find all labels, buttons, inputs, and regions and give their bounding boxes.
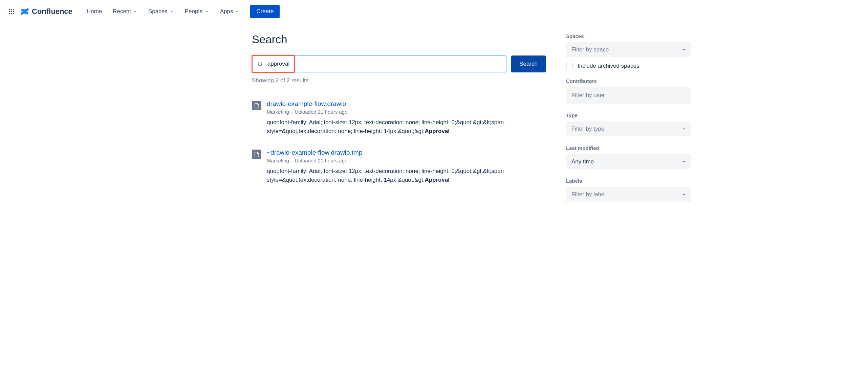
nav-apps[interactable]: Apps <box>216 5 244 18</box>
result-title[interactable]: drawio-example-flow.drawio <box>267 100 546 108</box>
result-space: Marketing <box>267 109 289 115</box>
result-meta: Marketing · Uploaded 21 hours ago <box>267 158 546 163</box>
nav-recent-label: Recent <box>113 8 131 15</box>
archived-checkbox-row: Include archived spaces <box>566 63 691 69</box>
filter-labels-select[interactable]: Filter by label <box>566 187 691 202</box>
svg-point-7 <box>11 13 12 14</box>
nav-spaces[interactable]: Spaces <box>144 5 178 18</box>
svg-point-3 <box>9 11 10 12</box>
archived-checkbox[interactable] <box>566 63 573 69</box>
filter-last-modified-label: Last modified <box>566 145 691 151</box>
chevron-down-icon <box>235 9 239 14</box>
nav-people[interactable]: People <box>181 5 213 18</box>
nav-home-label: Home <box>87 8 102 15</box>
search-result: ~drawio-example-flow.drawio.tmp Marketin… <box>252 149 546 184</box>
filter-contributors-label: Contributors <box>566 78 691 84</box>
search-icon <box>257 61 263 67</box>
filter-type-select[interactable]: Filter by type <box>566 121 691 136</box>
nav-items: Home Recent Spaces People Apps Create <box>83 5 280 18</box>
svg-point-2 <box>13 8 15 10</box>
svg-point-4 <box>11 11 12 12</box>
results-list: drawio-example-flow.drawio Marketing · U… <box>252 100 546 184</box>
svg-point-8 <box>13 13 15 14</box>
filter-labels: Labels Filter by label <box>566 178 691 202</box>
result-space: Marketing <box>267 158 289 163</box>
chevron-down-icon <box>682 159 687 164</box>
result-snippet: quot;font-family: Arial; font-size: 12px… <box>267 118 546 135</box>
filter-type-placeholder: Filter by type <box>571 126 604 132</box>
nav-people-label: People <box>185 8 203 15</box>
nav-spaces-label: Spaces <box>148 8 168 15</box>
search-input[interactable] <box>267 61 501 67</box>
search-input-wrap[interactable] <box>252 55 506 72</box>
filter-contributors: Contributors <box>566 78 691 104</box>
top-nav: Confluence Home Recent Spaces People App… <box>0 0 868 23</box>
confluence-logo[interactable]: Confluence <box>20 6 72 17</box>
filter-type-label: Type <box>566 112 691 118</box>
chevron-down-icon <box>169 9 174 14</box>
filter-last-modified-value: Any time <box>571 158 594 165</box>
page-body: Search Search Showing 2 of 2 results dra… <box>170 23 698 224</box>
page-title: Search <box>252 33 546 46</box>
create-button[interactable]: Create <box>250 5 280 18</box>
filter-spaces-placeholder: Filter by space <box>571 46 609 53</box>
chevron-down-icon <box>682 192 687 197</box>
filter-contributors-input[interactable] <box>566 87 691 104</box>
chevron-down-icon <box>204 9 209 14</box>
filter-labels-placeholder: Filter by label <box>571 191 606 198</box>
search-result: drawio-example-flow.drawio Marketing · U… <box>252 100 546 135</box>
result-body: ~drawio-example-flow.drawio.tmp Marketin… <box>267 149 546 184</box>
filter-type: Type Filter by type <box>566 112 691 136</box>
result-uploaded: Uploaded 21 hours ago <box>295 158 347 163</box>
svg-line-10 <box>261 65 263 66</box>
app-switcher-icon[interactable] <box>7 7 16 16</box>
filter-spaces: Spaces Filter by space Include archived … <box>566 33 691 69</box>
result-title[interactable]: ~drawio-example-flow.drawio.tmp <box>267 149 546 156</box>
archived-checkbox-label[interactable]: Include archived spaces <box>578 63 639 69</box>
filter-spaces-select[interactable]: Filter by space <box>566 42 691 57</box>
filter-last-modified: Last modified Any time <box>566 145 691 169</box>
filter-last-modified-select[interactable]: Any time <box>566 154 691 169</box>
confluence-icon <box>20 6 30 17</box>
filters-sidebar: Spaces Filter by space Include archived … <box>566 33 691 211</box>
result-uploaded: Uploaded 21 hours ago <box>295 109 347 115</box>
chevron-down-icon <box>682 47 687 52</box>
result-snippet: quot;font-family: Arial; font-size: 12px… <box>267 167 546 184</box>
file-icon <box>252 101 261 110</box>
svg-point-1 <box>11 8 12 10</box>
svg-point-9 <box>258 62 262 66</box>
filter-labels-label: Labels <box>566 178 691 184</box>
search-row: Search <box>252 55 546 72</box>
result-count: Showing 2 of 2 results <box>252 77 546 84</box>
nav-apps-label: Apps <box>220 8 233 15</box>
result-meta: Marketing · Uploaded 21 hours ago <box>267 109 546 115</box>
filter-spaces-label: Spaces <box>566 33 691 39</box>
result-body: drawio-example-flow.drawio Marketing · U… <box>267 100 546 135</box>
svg-point-0 <box>9 8 10 10</box>
search-button[interactable]: Search <box>511 55 546 72</box>
product-name: Confluence <box>32 7 72 16</box>
chevron-down-icon <box>682 127 687 131</box>
main-column: Search Search Showing 2 of 2 results dra… <box>177 33 546 211</box>
svg-point-6 <box>9 13 10 14</box>
svg-point-5 <box>13 11 15 12</box>
nav-recent[interactable]: Recent <box>109 5 142 18</box>
file-icon <box>252 150 261 159</box>
nav-home[interactable]: Home <box>83 5 106 18</box>
chevron-down-icon <box>133 9 137 14</box>
